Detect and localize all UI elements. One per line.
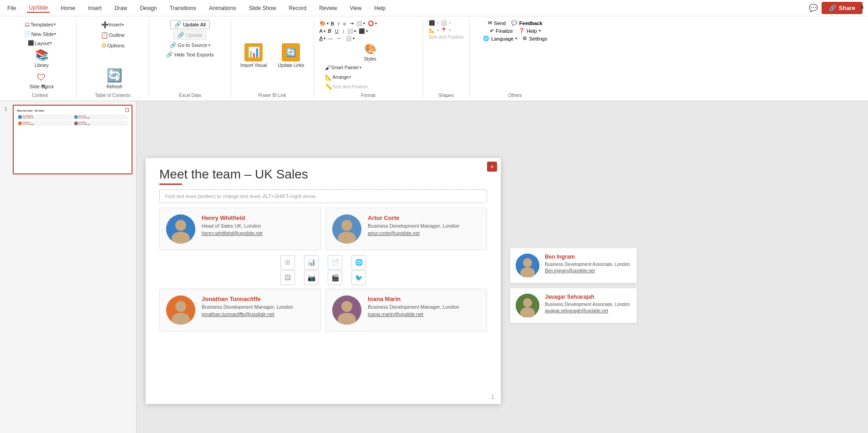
menu-review[interactable]: Review	[317, 4, 339, 12]
shape-arrange-dropdown[interactable]: ▾	[437, 21, 439, 25]
right-card-javagar[interactable]: Javagar Selvarajah Business Development …	[510, 288, 637, 323]
insert-button[interactable]: ➕ Insert ▾	[99, 20, 127, 29]
send-button[interactable]: ✉ Send	[488, 20, 506, 26]
email-henry: henry.whitfield@upslide.net	[202, 230, 314, 236]
icon-chart[interactable]: 📊	[304, 255, 319, 270]
update-all-button[interactable]: 🔗 Update All	[170, 20, 210, 29]
underline-dropdown[interactable]: ▾	[324, 36, 325, 41]
settings-button[interactable]: ⚙ Settings	[523, 36, 547, 41]
bold-btn[interactable]: B	[330, 20, 336, 27]
templates-button[interactable]: 🗂 Templates ▾	[22, 20, 57, 29]
right-card-ben[interactable]: Ben Ingram Business Development Associat…	[510, 248, 637, 283]
outline-button[interactable]: 📋 Outline	[99, 31, 127, 40]
indent-btn[interactable]: ⇥	[348, 20, 355, 27]
import-visual-button[interactable]: 📊 Import Visual	[237, 41, 270, 70]
new-slide-button[interactable]: 📄 New Slide ▾	[22, 30, 58, 38]
ribbon-collapse-button[interactable]: ∧	[860, 4, 864, 10]
menu-file[interactable]: File	[5, 4, 18, 12]
shape-size-dropdown[interactable]: ▾	[437, 28, 439, 32]
align-dropdown[interactable]: ▾	[363, 21, 365, 25]
chat-icon[interactable]: 💬	[809, 4, 818, 12]
slide-placeholder[interactable]: First text level (written) to change tex…	[159, 189, 487, 203]
align-left-dropdown[interactable]: ▾	[354, 29, 356, 33]
menu-insert[interactable]: Insert	[86, 4, 103, 12]
icon-text[interactable]: 📄	[328, 255, 342, 270]
arrange-button[interactable]: 📐 Arrange ▾	[323, 73, 417, 82]
team-card-henry[interactable]: Henry Whitfield Head of Sales UK, London…	[159, 208, 321, 250]
options-button[interactable]: ⚙ Options	[99, 41, 127, 50]
feedback-label: Feedback	[519, 20, 543, 26]
table-dropdown[interactable]: ▾	[366, 29, 368, 33]
slide-thumbnail-1[interactable]: Meet the team - UK Sales Henry Whitfield…	[13, 105, 132, 174]
strikethrough-btn[interactable]: U	[334, 28, 340, 34]
name-ben: Ben Ingram	[545, 254, 631, 260]
menu-home[interactable]: Home	[59, 4, 77, 12]
slide-add-button[interactable]: +	[487, 162, 497, 172]
menu-animations[interactable]: Animations	[207, 4, 238, 12]
fill-dropdown[interactable]: ▾	[327, 21, 329, 25]
outline-icon: 📋	[101, 31, 108, 39]
icon-film[interactable]: 🎬	[328, 270, 342, 285]
go-to-source-button[interactable]: 🔗 Go to Source ▾	[168, 41, 213, 49]
library-label: Library	[35, 63, 49, 68]
slide-title-underline	[159, 183, 182, 185]
icon-image[interactable]: 🖼	[280, 270, 295, 285]
menu-design[interactable]: Design	[138, 4, 158, 12]
shape-align-icon: ⬜	[441, 20, 447, 26]
role-ben: Business Development Associate, London	[545, 262, 631, 267]
layout-button[interactable]: ⬛ Layout ▾	[26, 39, 54, 47]
cols-dropdown[interactable]: ▾	[353, 36, 355, 41]
menu-slideshow[interactable]: Slide Show	[247, 4, 278, 12]
library-icon: 📚	[35, 49, 49, 61]
send-label: Send	[494, 20, 506, 26]
menu-record[interactable]: Record	[287, 4, 308, 12]
spacing-btn[interactable]: ↔	[335, 35, 343, 41]
slide-thumb-card-1: Henry Whitfield Head of Sales UK	[17, 114, 72, 120]
update-icon: 🔗	[178, 32, 184, 38]
icon-twitter[interactable]: 🐦	[351, 270, 366, 285]
options-label: Options	[107, 43, 125, 48]
list-btn[interactable]: ≡	[342, 20, 347, 27]
update-links-button[interactable]: 🔄 Update Links	[274, 41, 308, 70]
feedback-button[interactable]: 💬 Feedback	[511, 20, 543, 26]
slide-check-button[interactable]: 🛡 Slide Check	[26, 71, 57, 91]
ribbon-group-content: 🗂 Templates ▾ 📄 New Slide ▾ ⬛ Layo	[4, 18, 76, 99]
menu-upslide[interactable]: UpSlide	[27, 4, 50, 13]
menu-view[interactable]: View	[348, 4, 364, 12]
share-button[interactable]: 🔗 Share	[822, 2, 863, 14]
menu-draw[interactable]: Draw	[112, 4, 129, 12]
menu-help[interactable]: Help	[372, 4, 387, 12]
import-visual-label: Import Visual	[240, 63, 267, 68]
finalize-button[interactable]: ✔ Finalize	[490, 28, 513, 34]
hide-text-exports-button[interactable]: 🔗 Hide Text Exports	[164, 51, 215, 59]
svg-point-13	[523, 258, 532, 267]
team-card-ioana[interactable]: Ioana Marin Business Development Manager…	[325, 289, 487, 331]
icon-camera[interactable]: 📷	[304, 270, 319, 285]
size-position-button[interactable]: 📏 Size and Position	[323, 82, 417, 91]
new-slide-label: New Slide	[31, 31, 54, 37]
styles-button[interactable]: 🎨 Styles	[323, 41, 417, 63]
shapes-dropdown[interactable]: ▾	[375, 21, 377, 25]
team-card-artur[interactable]: Artur Corte Business Development Manager…	[325, 208, 487, 250]
icon-globe[interactable]: 🌐	[351, 255, 366, 270]
refresh-button[interactable]: 🔄 Refresh	[86, 66, 143, 91]
arrange-dropdown: ▾	[349, 75, 351, 79]
italic-btn[interactable]: I	[337, 20, 341, 27]
slide-canvas[interactable]: + Meet the team – UK Sales First text le…	[146, 158, 501, 404]
line-btn[interactable]: —	[326, 35, 334, 41]
menu-transitions[interactable]: Transitions	[168, 4, 198, 12]
toc-group-label: Table of Contents	[82, 91, 143, 99]
font-dropdown[interactable]: ▾	[324, 29, 325, 33]
shape-pos-dropdown[interactable]: ▾	[449, 28, 451, 32]
library-button[interactable]: 📚 Library	[31, 47, 53, 70]
name-ioana: Ioana Marin	[368, 295, 480, 302]
icon-table[interactable]: ⊞	[280, 255, 295, 270]
bold-btn2[interactable]: B	[326, 28, 333, 34]
team-card-jonathan[interactable]: Jonathan Tunnacliffe Business Developmen…	[159, 289, 321, 331]
shape-align-dropdown[interactable]: ▾	[449, 21, 451, 25]
language-button[interactable]: 🌐 Language ▾	[483, 36, 517, 41]
help-button[interactable]: ❓ Help ▾	[518, 28, 541, 34]
smart-painter-button[interactable]: 🖌 Smart Painter ▾	[323, 63, 417, 72]
slide-number: 1	[5, 107, 7, 112]
line-spacing-btn[interactable]: ↕	[341, 28, 346, 34]
